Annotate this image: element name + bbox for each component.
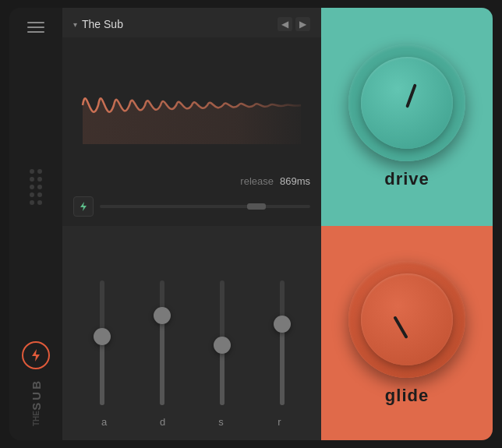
release-slider-fill [280, 324, 285, 405]
release-label: release [240, 175, 274, 187]
lightning-power-icon [78, 201, 89, 212]
glide-knob-outer[interactable] [348, 261, 465, 378]
release-info: release 869ms [62, 172, 321, 190]
sub-label: SUB [30, 379, 43, 411]
chevron-down-icon: ▾ [73, 20, 77, 29]
attack-slider-track[interactable] [100, 280, 104, 405]
drive-panel: drive [321, 8, 493, 226]
panel-title-group: ▾ The Sub [73, 18, 123, 30]
bottom-controls [62, 190, 321, 226]
panel-header: ▾ The Sub ◀ ▶ [62, 8, 321, 37]
horizontal-slider[interactable] [100, 205, 310, 208]
sliders-container [75, 238, 309, 411]
the-label: THE [32, 411, 41, 426]
decay-slider-thumb[interactable] [154, 307, 171, 324]
release-label: r [268, 416, 292, 428]
attack-slider-fill [100, 337, 104, 405]
drive-knob-inner[interactable] [361, 57, 453, 149]
power-button[interactable] [73, 196, 94, 217]
nav-prev-button[interactable]: ◀ [278, 17, 292, 31]
svg-marker-0 [32, 349, 40, 362]
attack-label: a [93, 416, 116, 428]
adsr-panel: a d s r [62, 226, 321, 440]
glide-knob-inner[interactable] [361, 273, 453, 365]
attack-slider-col [100, 280, 104, 405]
sustain-slider-track[interactable] [220, 280, 224, 405]
sustain-label: s [210, 416, 233, 428]
app-container: SUB THE ▾ The Sub ◀ ▶ [9, 8, 493, 440]
release-slider-track[interactable] [280, 280, 285, 405]
waveform-area [62, 37, 321, 172]
sidebar: SUB THE [9, 8, 62, 440]
decay-slider-track[interactable] [160, 280, 164, 405]
drive-label: drive [384, 169, 430, 189]
release-slider-col [280, 280, 285, 405]
drive-knob-container [348, 44, 465, 161]
glide-label: glide [385, 386, 429, 406]
svg-marker-1 [80, 202, 87, 211]
attack-slider-thumb[interactable] [94, 328, 111, 345]
drive-knob-indicator [405, 83, 417, 108]
decay-slider-fill [160, 316, 164, 405]
sustain-slider-thumb[interactable] [214, 337, 231, 354]
sub-logo: SUB THE [22, 341, 50, 426]
sustain-slider-col [220, 280, 224, 405]
nav-arrows: ◀ ▶ [278, 17, 310, 31]
glide-knob-container [348, 261, 465, 378]
sidebar-dots [30, 169, 42, 205]
bottom-section: a d s r [62, 226, 493, 440]
release-value: 869ms [280, 175, 310, 187]
sustain-slider-fill [220, 345, 224, 405]
panel-title: The Sub [82, 18, 123, 30]
lightning-logo-icon [28, 347, 44, 363]
release-slider-thumb[interactable] [274, 316, 291, 333]
main-content: ▾ The Sub ◀ ▶ [62, 8, 493, 440]
slider-thumb[interactable] [247, 203, 266, 210]
decay-label: d [151, 416, 175, 428]
drive-knob-outer[interactable] [348, 44, 465, 161]
waveform-display [73, 66, 310, 144]
nav-next-button[interactable]: ▶ [295, 17, 310, 31]
decay-slider-col [160, 280, 164, 405]
glide-panel: glide [321, 226, 493, 440]
logo-icon [22, 341, 50, 369]
hamburger-menu[interactable] [27, 22, 44, 33]
top-section: ▾ The Sub ◀ ▶ [62, 8, 493, 226]
adsr-labels: a d s r [75, 411, 309, 428]
glide-knob-indicator [393, 316, 408, 339]
waveform-panel: ▾ The Sub ◀ ▶ [62, 8, 321, 226]
